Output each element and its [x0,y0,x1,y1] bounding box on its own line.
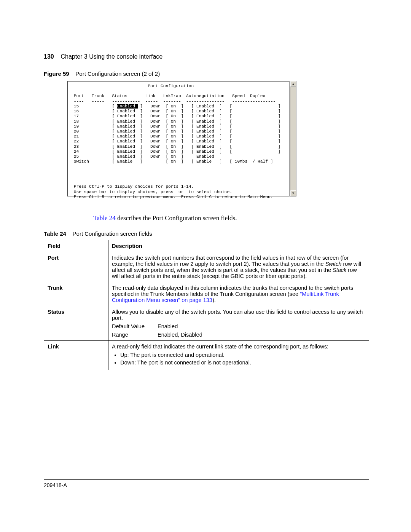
table-row: Trunk The read-only data displayed in th… [44,282,369,306]
table-caption-text: Port Configuration screen fields [73,230,152,237]
col-description: Description [108,240,369,252]
figure-label: Figure 59 [44,70,69,77]
table-row: Status Allows you to disable any of the … [44,306,369,340]
table-crossref-link[interactable]: Table 24 [93,214,116,222]
footer: 209418-A [44,479,369,488]
col-field: Field [44,240,108,252]
intro-sentence: Table 24 describes the Port Configuratio… [93,214,369,222]
figure-text: Port Configuration screen (2 of 2) [75,70,160,77]
console-screenshot: Port Configuration Port Trunk Status Lin… [67,81,290,197]
page-header: 130 Chapter 3 Using the console interfac… [44,53,369,62]
table-caption: Table 24 Port Configuration screen field… [44,230,369,237]
scroll-up-icon[interactable]: ▲ [290,81,296,87]
chapter-title: Chapter 3 Using the console interface [61,53,162,60]
table-label: Table 24 [44,230,66,237]
scroll-down-icon[interactable]: ▼ [290,190,296,196]
table-row: Port Indicates the switch port numbers t… [44,252,369,282]
fields-table: Field Description Port Indicates the swi… [44,240,369,370]
doc-id: 209418-A [44,482,67,488]
figure-caption: Figure 59 Port Configuration screen (2 o… [44,70,369,77]
page-number: 130 [44,53,54,60]
table-row: Link A read-only field that indicates th… [44,340,369,370]
scrollbar[interactable]: ▲ ▼ [290,81,296,197]
